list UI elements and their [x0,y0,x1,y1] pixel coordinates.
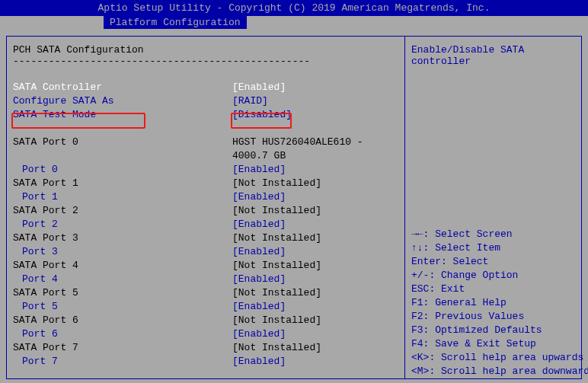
port-label: SATA Port 7 [13,341,232,355]
port-value: HGST HUS726040ALE610 - [232,136,398,149]
port-enable[interactable]: Port 7 [Enabled] [13,355,398,369]
port-sub-value: [Enabled] [232,327,398,341]
port-sub-label: Port 5 [13,300,232,314]
bios-title: Aptio Setup Utility - Copyright (C) 2019… [98,2,491,14]
item-value: [Disabled] [232,108,398,122]
port-enable[interactable]: Port 0 [Enabled] [13,163,398,177]
port-header-line2: 4000.7 GB [13,149,398,163]
port-sub-value: [Enabled] [232,190,398,204]
port-value: [Not Installed] [232,341,398,355]
port-value: [Not Installed] [232,177,398,190]
item-value: [RAID] [232,94,398,108]
spacer [13,122,398,136]
legend-f2: F2: Previous Values [411,310,575,324]
port-sub-value: [Enabled] [232,300,398,314]
port-header: SATA Port 3 [Not Installed] [13,231,398,245]
port-label: SATA Port 1 [13,177,232,190]
port-header: SATA Port 6 [Not Installed] [13,314,398,327]
legend-esc: ESC: Exit [411,282,575,296]
port-value: [Not Installed] [232,286,398,300]
key-legend: →←: Select Screen ↑↓: Select Item Enter:… [411,228,575,378]
port-enable[interactable]: Port 3 [Enabled] [13,245,398,259]
port-header: SATA Port 7 [Not Installed] [13,341,398,355]
port-sub-value: [Enabled] [232,355,398,369]
section-divider: ----------------------------------------… [13,56,398,67]
item-label: SATA Controller [13,81,232,94]
port-label: SATA Port 6 [13,314,232,327]
port-label: SATA Port 4 [13,259,232,273]
port-sub-value: [Enabled] [232,245,398,259]
port-sub-label: Port 2 [13,218,232,231]
port-label: SATA Port 2 [13,204,232,218]
bios-body: PCH SATA Configuration -----------------… [0,30,588,383]
port-value2: 4000.7 GB [232,149,398,163]
port-enable[interactable]: Port 1 [Enabled] [13,190,398,204]
port-sub-label: Port 6 [13,327,232,341]
legend-scroll-down: <M>: Scroll help area downwards [411,365,575,378]
port-header: SATA Port 2 [Not Installed] [13,204,398,218]
port-value: [Not Installed] [232,314,398,327]
right-pane: Enable/Disable SATA controller →←: Selec… [404,37,581,378]
legend-f3: F3: Optimized Defaults [411,324,575,337]
port-value: [Not Installed] [232,204,398,218]
legend-enter: Enter: Select [411,255,575,269]
port-label: SATA Port 5 [13,286,232,300]
port-enable[interactable]: Port 2 [Enabled] [13,218,398,231]
port-value: [Not Installed] [232,231,398,245]
help-text: Enable/Disable SATA controller [411,44,575,67]
legend-scroll-up: <K>: Scroll help area upwards [411,351,575,365]
port-sub-value: [Enabled] [232,163,398,177]
port-label: SATA Port 3 [13,231,232,245]
left-pane: PCH SATA Configuration -----------------… [7,37,404,378]
port-sub-value: [Enabled] [232,218,398,231]
item-sata-test-mode[interactable]: SATA Test Mode [Disabled] [13,108,398,122]
port-sub-label: Port 7 [13,355,232,369]
port-enable[interactable]: Port 5 [Enabled] [13,300,398,314]
port-label: SATA Port 0 [13,136,232,149]
legend-change-option: +/-: Change Option [411,269,575,282]
port-enable[interactable]: Port 4 [Enabled] [13,273,398,286]
item-sata-controller[interactable]: SATA Controller [Enabled] [13,81,398,94]
port-header: SATA Port 4 [Not Installed] [13,259,398,273]
item-label: SATA Test Mode [13,108,232,122]
port-value: [Not Installed] [232,259,398,273]
tab-platform-configuration[interactable]: Platform Configuration [104,16,247,29]
item-configure-sata-as[interactable]: Configure SATA As [RAID] [13,94,398,108]
spacer [13,67,398,81]
port-header: SATA Port 1 [Not Installed] [13,177,398,190]
bios-header: Aptio Setup Utility - Copyright (C) 2019… [0,0,588,16]
port-label-blank [13,149,232,163]
legend-f1: F1: General Help [411,296,575,310]
legend-select-screen: →←: Select Screen [411,228,575,241]
item-value: [Enabled] [232,81,398,94]
bios-frame: PCH SATA Configuration -----------------… [6,36,582,379]
port-sub-label: Port 4 [13,273,232,286]
port-header: SATA Port 5 [Not Installed] [13,286,398,300]
port-sub-label: Port 3 [13,245,232,259]
section-title: PCH SATA Configuration [13,44,398,56]
port-enable[interactable]: Port 6 [Enabled] [13,327,398,341]
port-sub-label: Port 1 [13,190,232,204]
port-sub-value: [Enabled] [232,273,398,286]
legend-select-item: ↑↓: Select Item [411,241,575,255]
port-sub-label: Port 0 [13,163,232,177]
tab-bar: Platform Configuration [0,16,588,30]
port-header: SATA Port 0 HGST HUS726040ALE610 - [13,136,398,149]
legend-f4: F4: Save & Exit Setup [411,337,575,351]
item-label: Configure SATA As [13,94,232,108]
spacer [411,67,575,228]
